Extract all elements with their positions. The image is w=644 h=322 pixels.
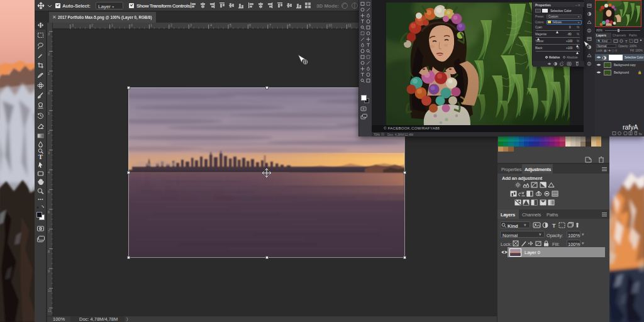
- svg-text:T: T: [38, 153, 43, 160]
- svg-text:fx: fx: [639, 132, 642, 136]
- svg-text:T: T: [625, 40, 628, 43]
- svg-text:T: T: [552, 223, 556, 229]
